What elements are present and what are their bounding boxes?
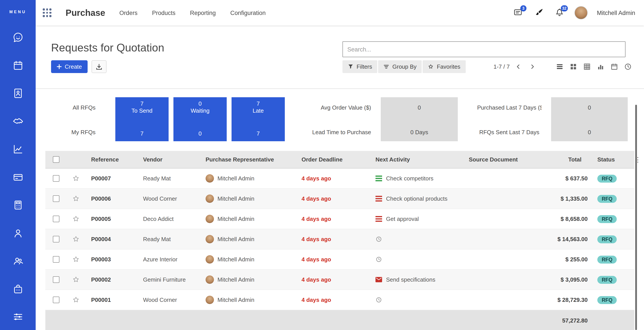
metric-tile-2: 0 0 <box>551 97 628 141</box>
user-avatar[interactable] <box>574 6 588 19</box>
calculator-icon[interactable] <box>12 199 24 211</box>
favorite-star-icon[interactable] <box>72 256 80 263</box>
calendar-view-icon[interactable] <box>608 60 621 73</box>
header-vendor[interactable]: Vendor <box>137 156 200 163</box>
contacts-card-icon[interactable] <box>12 88 24 99</box>
header-order-deadline[interactable]: Order Deadline <box>295 156 369 163</box>
avg-order-value-label: Avg Order Value ($) <box>301 104 371 111</box>
apps-grid-icon[interactable] <box>42 7 52 18</box>
team-icon[interactable] <box>12 255 24 267</box>
pivot-view-icon[interactable] <box>580 60 594 73</box>
user-icon[interactable] <box>12 227 24 239</box>
list-view-icon[interactable] <box>553 60 566 73</box>
activity-label: Send specifications <box>386 276 435 283</box>
clock-activity-icon <box>376 236 382 242</box>
export-button[interactable] <box>92 60 106 73</box>
row-checkbox[interactable] <box>52 216 59 222</box>
row-checkbox[interactable] <box>52 276 59 283</box>
table-row[interactable]: P00003 Azure Interior Mitchell Admin 4 d… <box>45 250 634 270</box>
row-checkbox[interactable] <box>52 175 59 182</box>
favorite-star-icon[interactable] <box>72 175 80 182</box>
table-row[interactable]: P00007 Ready Mat Mitchell Admin 4 days a… <box>45 169 634 189</box>
select-all-checkbox[interactable] <box>52 156 59 163</box>
create-button[interactable]: Create <box>51 60 88 73</box>
messages-badge: 3 <box>520 5 526 11</box>
messages-icon[interactable]: 3 <box>512 7 524 18</box>
favorite-star-icon[interactable] <box>72 195 80 202</box>
handshake-icon[interactable] <box>12 115 24 127</box>
kanban-view-icon[interactable] <box>566 60 580 73</box>
vendor-name: Wood Corner <box>137 297 200 303</box>
tile-late[interactable]: 7Late 7 <box>232 97 285 141</box>
next-activity-cell[interactable]: Check competitors <box>369 175 463 182</box>
scrollbar-thumb[interactable] <box>635 105 637 330</box>
next-activity-cell[interactable] <box>369 236 463 242</box>
create-button-label: Create <box>65 63 82 70</box>
favorites-button[interactable]: Favorites <box>423 60 466 73</box>
filters-button[interactable]: Filters <box>342 60 378 73</box>
waiting-all-count: 0 <box>174 100 227 107</box>
nav-products[interactable]: Products <box>152 9 176 16</box>
tile-waiting[interactable]: 0Waiting 0 <box>174 97 227 141</box>
next-activity-cell[interactable] <box>369 257 463 262</box>
rep-name: Mitchell Admin <box>218 236 254 242</box>
group-by-button[interactable]: Group By <box>378 60 422 73</box>
header-reference[interactable]: Reference <box>85 156 137 163</box>
next-activity-cell[interactable]: Check optional products <box>369 195 463 202</box>
waiting-my-count: 0 <box>174 130 227 137</box>
pager-next-button[interactable] <box>526 61 538 72</box>
purchase-bag-icon[interactable] <box>12 283 24 295</box>
favorite-star-icon[interactable] <box>72 276 80 283</box>
credit-card-icon[interactable] <box>12 171 24 183</box>
table-row[interactable]: P00006 Wood Corner Mitchell Admin 4 days… <box>45 189 634 209</box>
rfq-reference: P00002 <box>85 276 137 283</box>
notifications-bell-icon[interactable]: 32 <box>554 7 565 18</box>
header-source-document[interactable]: Source Document <box>463 156 543 163</box>
header-next-activity[interactable]: Next Activity <box>369 156 463 163</box>
all-rfqs-filter[interactable]: All RFQs <box>44 104 96 111</box>
row-checkbox[interactable] <box>52 256 59 263</box>
calendar-icon[interactable] <box>12 60 24 71</box>
activity-label: Check optional products <box>386 195 448 202</box>
user-name[interactable]: Mitchell Admin <box>597 9 635 16</box>
nav-configuration[interactable]: Configuration <box>230 9 266 16</box>
row-checkbox[interactable] <box>52 236 59 242</box>
header-total[interactable]: Total <box>543 156 591 163</box>
graph-view-icon[interactable] <box>594 60 608 73</box>
lead-time-value: 0 Days <box>381 129 458 135</box>
table-row[interactable]: P00002 Gemini Furniture Mitchell Admin 4… <box>45 270 634 290</box>
next-activity-cell[interactable] <box>369 297 463 303</box>
row-checkbox[interactable] <box>52 195 59 202</box>
rfqs-sent-last-7-days-value: 0 <box>551 129 628 135</box>
table-row[interactable]: P00005 Deco Addict Mitchell Admin 4 days… <box>45 209 634 229</box>
favorite-star-icon[interactable] <box>72 296 80 304</box>
my-rfqs-filter[interactable]: My RFQs <box>44 129 96 135</box>
header-purchase-representative[interactable]: Purchase Representative <box>200 156 295 163</box>
pager-text: 1-7 / 7 <box>494 63 510 70</box>
metric-labels-1: Avg Order Value ($) Lead Time to Purchas… <box>301 97 371 141</box>
view-switcher <box>553 60 635 73</box>
purchase-representative-cell: Mitchell Admin <box>200 276 295 284</box>
theme-brush-icon[interactable] <box>533 7 544 18</box>
lead-time-label: Lead Time to Purchase <box>301 129 371 135</box>
page-content: Requests for Quotation Create Filters <box>36 25 644 330</box>
activity-view-icon[interactable] <box>621 60 635 73</box>
settings-sliders-icon[interactable] <box>12 311 24 323</box>
discuss-chat-icon[interactable] <box>12 32 24 43</box>
tile-to-send[interactable]: 7To Send 7 <box>115 97 168 141</box>
late-all-count: 7 <box>232 100 285 107</box>
favorite-star-icon[interactable] <box>72 215 80 223</box>
table-row[interactable]: P00001 Wood Corner Mitchell Admin 4 days… <box>45 290 634 310</box>
nav-reporting[interactable]: Reporting <box>190 9 216 16</box>
header-status[interactable]: Status <box>591 156 634 163</box>
favorite-star-icon[interactable] <box>72 235 80 243</box>
next-activity-cell[interactable]: Send specifications <box>369 276 463 283</box>
next-activity-cell[interactable]: Get approval <box>369 216 463 222</box>
total-amount: $ 8,658.00 <box>543 216 591 222</box>
table-row[interactable]: P00004 Ready Mat Mitchell Admin 4 days a… <box>45 229 634 250</box>
pager-previous-button[interactable] <box>512 61 524 72</box>
search-input[interactable] <box>342 41 626 57</box>
nav-orders[interactable]: Orders <box>119 9 138 16</box>
row-checkbox[interactable] <box>52 297 59 303</box>
sales-chart-icon[interactable] <box>12 143 24 155</box>
